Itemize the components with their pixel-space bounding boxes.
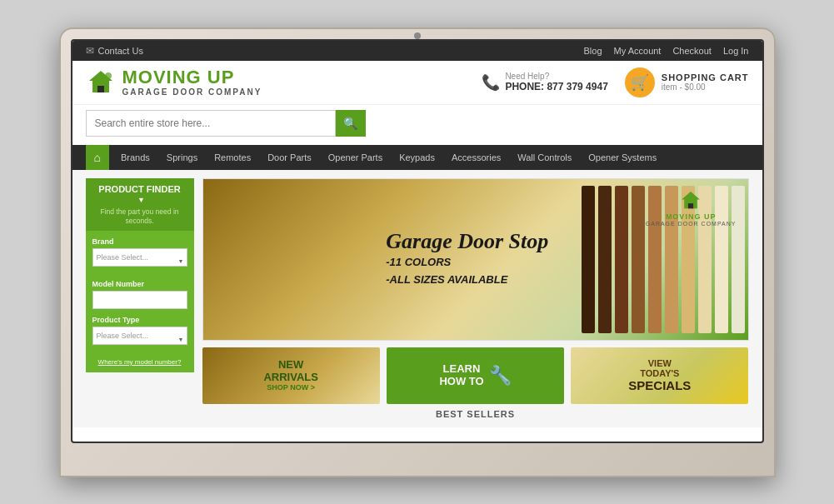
checkout-link[interactable]: Checkout [672,46,711,56]
phone-section: 📞 Need Help? PHONE: 877 379 4947 [482,72,607,92]
login-link[interactable]: Log In [723,46,749,56]
webcam [414,32,421,39]
door-panel-3 [615,186,628,333]
specials-banner[interactable]: VIEWTODAY'S SPECIALS [571,347,748,404]
logo-house-icon [86,67,116,97]
site-header: MOVING UP GARAGE DOOR COMPANY 📞 Need Hel… [72,61,762,105]
product-finder-subtitle: Find the part you need in seconds. [86,207,194,231]
nav-springs[interactable]: Springs [158,147,206,168]
new-arrivals-title: NEWARRIVALS [263,359,317,383]
nav-home-button[interactable]: ⌂ [86,145,109,170]
website: ✉ Contact Us Blog My Account Checkout Lo… [72,41,762,442]
product-type-label: Product Type [92,316,187,324]
banner-logo: MOVING UP GARAGE DOOR COMPANY [646,189,737,227]
logo[interactable]: MOVING UP GARAGE DOOR COMPANY [86,67,262,97]
product-finder-header: PRODUCT FINDER ▼ [86,178,194,207]
blog-link[interactable]: Blog [584,46,602,56]
shopping-cart[interactable]: 🛒 SHOPPING CART item - $0.00 [625,67,749,97]
learn-title: LEARNHOW TO [439,363,483,387]
brand-select[interactable]: Please Select... [92,248,187,267]
learn-how-text: LEARNHOW TO 🔧 [434,358,516,392]
nav-bar: ⌂ Brands Springs Remotes Door Parts Open… [72,145,762,170]
top-bar: ✉ Contact Us Blog My Account Checkout Lo… [72,41,762,61]
learn-how-inner: LEARNHOW TO [439,363,483,387]
nav-door-parts[interactable]: Door Parts [259,147,320,168]
svg-rect-4 [688,203,693,208]
door-panel-11 [748,186,749,333]
product-type-select-wrapper: Please Select... [92,327,187,352]
nav-opener-parts[interactable]: Opener Parts [320,147,391,168]
best-sellers-label: BEST SELLERS [202,409,749,419]
nav-opener-systems[interactable]: Opener Systems [580,147,665,168]
search-button[interactable]: 🔍 [336,110,366,137]
main-banner: Garage Door Stop -11 COLORS -ALL SIZES A… [202,178,749,341]
need-help-text: Need Help? [505,72,607,81]
nav-brands[interactable]: Brands [112,147,158,168]
where-model-link[interactable]: Where's my model number? [92,358,187,366]
nav-wall-controls[interactable]: Wall Controls [509,147,580,168]
cart-info: SHOPPING CART item - $0.00 [662,72,749,92]
contact-us-section: ✉ Contact Us [86,45,143,57]
cart-items: item - $0.00 [662,82,749,92]
main-content: Garage Door Stop -11 COLORS -ALL SIZES A… [202,178,749,419]
banner-title: Garage Door Stop [386,229,548,254]
learn-how-banner[interactable]: LEARNHOW TO 🔧 [387,347,564,404]
new-arrivals-text: NEWARRIVALS SHOP NOW > [258,354,322,397]
bottom-banners: NEWARRIVALS SHOP NOW > LEARNHOW TO 🔧 [202,347,749,404]
nav-accessories[interactable]: Accessories [443,147,509,168]
specials-text: VIEWTODAY'S SPECIALS [623,353,696,397]
my-account-link[interactable]: My Account [614,46,662,56]
model-label: Model Number [92,280,187,288]
product-finder-arrow: ▼ [137,196,145,204]
new-arrivals-subtitle: SHOP NOW > [263,383,317,392]
logo-text: MOVING UP GARAGE DOOR COMPANY [122,67,262,97]
logo-garage-door: GARAGE DOOR COMPANY [122,87,262,97]
product-finder-title: PRODUCT FINDER [98,184,180,194]
specials-label: SPECIALS [628,378,691,392]
brand-select-wrapper: Please Select... [92,248,187,273]
logo-moving-up: MOVING UP [122,67,262,87]
header-right: 📞 Need Help? PHONE: 877 379 4947 🛒 SHOPP… [482,67,748,97]
phone-number: PHONE: 877 379 4947 [505,81,607,92]
banner-logo-moving: MOVING UP [666,212,717,221]
door-panel-4 [632,186,645,333]
laptop-screen: ✉ Contact Us Blog My Account Checkout Lo… [71,39,764,443]
brand-label: Brand [92,237,187,246]
home-icon: ⌂ [94,151,101,164]
banner-logo-garage: GARAGE DOOR COMPANY [646,221,737,227]
finder-body: Brand Please Select... Model Number Prod… [86,231,194,372]
model-number-input[interactable] [92,291,187,309]
contact-us-label[interactable]: Contact Us [98,46,143,56]
banner-subtitle-2: -ALL SIZES AVAILABLE [386,272,548,289]
door-panel-2 [598,186,612,333]
search-section: 🔍 [72,105,762,145]
search-icon: 🔍 [343,117,357,130]
banner-subtitle-1: -11 COLORS [386,254,548,272]
door-panel-1 [582,186,595,333]
banner-text: Garage Door Stop -11 COLORS -ALL SIZES A… [386,229,548,289]
cart-icon: 🛒 [625,67,655,97]
phone-info: Need Help? PHONE: 877 379 4947 [505,72,607,92]
nav-remotes[interactable]: Remotes [206,147,259,168]
product-type-select[interactable]: Please Select... [92,327,187,345]
sidebar: PRODUCT FINDER ▼ Find the part you need … [86,178,194,419]
envelope-icon: ✉ [86,45,94,57]
content-area: PRODUCT FINDER ▼ Find the part you need … [72,170,762,427]
specials-title: VIEWTODAY'S [628,358,691,378]
phone-icon: 📞 [482,73,500,92]
search-input[interactable] [86,110,336,137]
new-arrivals-banner[interactable]: NEWARRIVALS SHOP NOW > [202,347,380,404]
svg-point-2 [105,72,112,79]
cart-title: SHOPPING CART [662,72,749,82]
svg-rect-1 [97,86,104,92]
wrench-icon: 🔧 [489,365,512,387]
top-nav: Blog My Account Checkout Log In [584,46,749,56]
nav-keypads[interactable]: Keypads [391,147,443,168]
